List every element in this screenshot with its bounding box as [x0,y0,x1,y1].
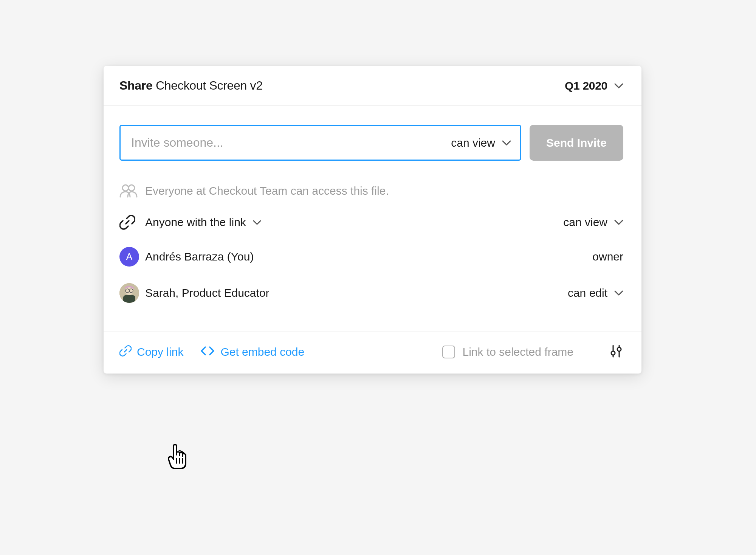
project-selector[interactable]: Q1 2020 [565,79,623,92]
link-to-frame-checkbox[interactable] [442,346,455,358]
svg-point-8 [611,351,615,355]
embed-code-button[interactable]: Get embed code [200,346,304,359]
member-permission-label: can edit [568,287,607,299]
invite-permission-select[interactable]: can view [451,136,511,149]
link-access-label: Anyone with the link [145,216,246,229]
invite-row: can view Send Invite [104,106,641,176]
link-permission-label: can view [563,216,607,229]
link-icon [119,214,145,230]
team-access-row: Everyone at Checkout Team can access thi… [119,176,623,206]
svg-point-10 [617,347,621,351]
cursor-pointer-icon [167,444,189,472]
project-name: Q1 2020 [565,79,607,92]
link-to-frame-group[interactable]: Link to selected frame [442,346,573,358]
chevron-down-icon [614,290,623,296]
link-to-frame-label: Link to selected frame [463,346,573,358]
code-icon [200,346,215,359]
member-row: A Andrés Barraza (You) owner [119,239,623,275]
chevron-down-icon [614,220,623,225]
svg-rect-6 [123,295,135,303]
invite-input[interactable] [131,136,451,150]
link-access-selector[interactable]: Anyone with the link [145,216,563,229]
svg-point-1 [129,185,135,191]
chevron-down-icon [502,140,511,146]
avatar-wrapper [119,283,145,303]
member-name: Sarah, Product Educator [145,287,568,299]
access-list: Everyone at Checkout Team can access thi… [104,176,641,332]
avatar-wrapper: A [119,247,145,267]
share-modal: Share Checkout Screen v2 Q1 2020 can vie… [104,66,641,374]
member-permission-select[interactable]: can edit [568,287,623,299]
member-role: owner [592,250,623,263]
share-prefix: Share [119,79,152,92]
member-name: Andrés Barraza (You) [145,250,592,263]
copy-link-button[interactable]: Copy link [119,345,183,360]
embed-code-label: Get embed code [220,346,304,358]
link-icon [119,345,132,360]
link-access-row: Anyone with the link can view [119,206,623,239]
send-invite-button[interactable]: Send Invite [530,125,623,161]
chevron-down-icon [614,83,623,88]
link-permission-select[interactable]: can view [563,216,623,229]
team-access-label: Everyone at Checkout Team can access thi… [145,184,623,197]
invite-input-container: can view [119,125,521,161]
chevron-down-icon [253,220,261,225]
copy-link-label: Copy link [137,346,183,358]
file-name: Checkout Screen v2 [156,79,263,92]
avatar [119,283,139,303]
modal-header: Share Checkout Screen v2 Q1 2020 [104,66,641,106]
svg-point-0 [122,185,129,191]
modal-footer: Copy link Get embed code Link to selecte… [104,332,641,374]
member-row: Sarah, Product Educator can edit [119,275,623,311]
team-icon [119,184,145,198]
avatar: A [119,247,139,267]
modal-title: Share Checkout Screen v2 [119,79,263,93]
settings-icon[interactable] [609,344,623,360]
invite-permission-label: can view [451,136,495,149]
